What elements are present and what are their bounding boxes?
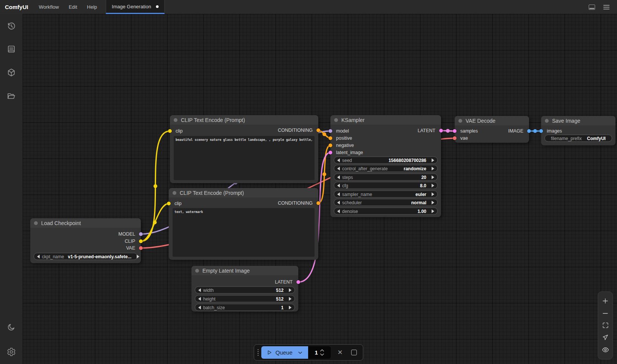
node-title-bar[interactable]: CLIP Text Encode (Prompt) — [170, 115, 318, 125]
collapse-dot-icon[interactable] — [173, 191, 176, 195]
zoom-in-icon[interactable] — [602, 298, 609, 304]
widget-decrement-icon[interactable] — [198, 288, 201, 292]
widget-decrement-icon[interactable] — [337, 184, 340, 187]
widget-increment-icon[interactable] — [432, 209, 434, 213]
output-port-MODEL[interactable] — [139, 232, 143, 236]
output-port-CONDITIONING[interactable] — [316, 201, 320, 205]
node-title-bar[interactable]: Empty Latent Image — [191, 266, 298, 275]
count-increment-icon[interactable] — [320, 349, 324, 352]
graph-canvas[interactable] — [23, 14, 617, 364]
zoom-out-icon[interactable] — [602, 310, 609, 317]
node-title-bar[interactable]: KSampler — [330, 115, 441, 125]
input-port-images[interactable] — [539, 129, 543, 133]
settings-icon[interactable] — [7, 347, 16, 357]
collapse-dot-icon[interactable] — [545, 119, 549, 123]
menu-workflow[interactable]: Workflow — [34, 0, 64, 14]
widget-increment-icon[interactable] — [137, 254, 139, 258]
widget-sampler_name[interactable]: sampler_nameeuler — [334, 191, 438, 198]
widget-cfg[interactable]: cfg8.0 — [334, 182, 438, 189]
widget-decrement-icon[interactable] — [337, 192, 340, 196]
queue-button[interactable]: Queue — [261, 346, 308, 359]
node-save-image[interactable]: Save Imageimagesfilename_prefixComfyUI — [541, 116, 615, 145]
widget-height[interactable]: height512 — [195, 295, 295, 302]
workflows-folder-icon[interactable] — [7, 91, 16, 101]
workflow-history-icon[interactable] — [7, 22, 16, 31]
prompt-textarea[interactable]: text, watermark — [173, 208, 315, 257]
model-library-icon[interactable] — [7, 68, 16, 77]
menu-help[interactable]: Help — [82, 0, 102, 14]
widget-decrement-icon[interactable] — [198, 297, 201, 301]
input-port-clip[interactable] — [167, 202, 171, 205]
widget-increment-icon[interactable] — [289, 288, 292, 292]
output-port-IMAGE[interactable] — [527, 129, 531, 133]
node-vae-decode[interactable]: VAE DecodesamplesvaeIMAGE — [455, 116, 529, 143]
widget-increment-icon[interactable] — [432, 192, 434, 196]
widget-increment-icon[interactable] — [432, 167, 434, 170]
input-model: model — [336, 128, 349, 134]
theme-toggle-icon[interactable] — [7, 322, 16, 332]
widget-control_after_generate[interactable]: control_after_generaterandomize — [334, 165, 438, 172]
widget-decrement-icon[interactable] — [37, 254, 40, 258]
fit-view-icon[interactable] — [602, 322, 609, 329]
node-title-bar[interactable]: CLIP Text Encode (Prompt) — [169, 188, 318, 197]
node-title-bar[interactable]: Save Image — [541, 116, 615, 125]
toggle-links-icon[interactable] — [602, 346, 609, 353]
collapse-dot-icon[interactable] — [34, 221, 38, 225]
input-port-vae[interactable] — [453, 136, 457, 140]
widget-decrement-icon[interactable] — [337, 175, 340, 179]
widget-increment-icon[interactable] — [432, 201, 434, 204]
widget-increment-icon[interactable] — [432, 184, 434, 187]
widget-seed[interactable]: seed156680208700286 — [334, 157, 438, 164]
node-title-bar[interactable]: Load Checkpoint — [30, 218, 141, 228]
widget-ckpt_name[interactable]: ckpt_namev1-5-pruned-emaonly.safete... — [34, 253, 137, 260]
widget-decrement-icon[interactable] — [337, 158, 340, 162]
widget-decrement-icon[interactable] — [198, 305, 201, 309]
collapse-dot-icon[interactable] — [174, 118, 177, 122]
widget-filename_prefix[interactable]: filename_prefixComfyUI — [545, 135, 612, 142]
widget-decrement-icon[interactable] — [337, 201, 340, 204]
output-port-LATENT[interactable] — [439, 129, 443, 133]
toggle-bottom-panel-icon[interactable] — [589, 5, 595, 10]
widget-denoise[interactable]: denoise1.00 — [334, 208, 438, 215]
node-load-checkpoint[interactable]: Load CheckpointMODELCLIPVAEckpt_namev1-5… — [30, 218, 141, 263]
select-mode-icon[interactable] — [602, 334, 609, 341]
batch-count-input[interactable]: 1 — [308, 346, 331, 359]
output-port-VAE[interactable] — [139, 246, 143, 250]
node-ksampler[interactable]: KSamplermodelpositivenegativelatent_imag… — [330, 115, 441, 217]
output-port-CONDITIONING[interactable] — [316, 128, 320, 132]
clear-queue-icon[interactable]: ✕ — [338, 349, 343, 356]
node-title-bar[interactable]: VAE Decode — [455, 116, 529, 125]
widget-increment-icon[interactable] — [289, 297, 292, 301]
widget-increment-icon[interactable] — [289, 305, 292, 309]
prompt-textarea[interactable]: beautiful scenery nature glass bottle la… — [174, 136, 315, 180]
widget-increment-icon[interactable] — [432, 175, 434, 179]
widget-width[interactable]: width512 — [195, 287, 295, 294]
widget-batch_size[interactable]: batch_size1 — [195, 304, 295, 311]
node-clip-text-encode-positive[interactable]: CLIP Text Encode (Prompt)clipCONDITIONIN… — [170, 115, 318, 183]
output-port-LATENT[interactable] — [296, 280, 300, 284]
menu-icon[interactable] — [603, 5, 609, 9]
stop-icon[interactable] — [351, 350, 357, 355]
input-port-positive[interactable] — [329, 136, 332, 140]
widget-steps[interactable]: steps20 — [334, 174, 438, 181]
widget-decrement-icon[interactable] — [337, 167, 340, 170]
output-port-CLIP[interactable] — [139, 239, 143, 243]
collapse-dot-icon[interactable] — [334, 118, 338, 122]
input-port-negative[interactable] — [329, 143, 332, 147]
count-decrement-icon[interactable] — [320, 353, 324, 356]
node-clip-text-encode-negative[interactable]: CLIP Text Encode (Prompt)clipCONDITIONIN… — [169, 188, 318, 260]
input-port-model[interactable] — [329, 129, 332, 133]
widget-increment-icon[interactable] — [432, 158, 434, 162]
node-empty-latent-image[interactable]: Empty Latent ImageLATENTwidth512height51… — [191, 266, 298, 312]
menu-edit[interactable]: Edit — [64, 0, 82, 14]
input-port-clip[interactable] — [168, 129, 172, 133]
tab-image-generation[interactable]: Image Generation — [106, 0, 165, 14]
widget-scheduler[interactable]: schedulernormal — [334, 199, 438, 206]
input-port-latent_image[interactable] — [329, 151, 332, 154]
collapse-dot-icon[interactable] — [458, 119, 462, 123]
input-port-samples[interactable] — [453, 129, 457, 133]
queue-bar-drag-handle[interactable] — [254, 349, 261, 356]
node-library-icon[interactable] — [7, 45, 16, 54]
widget-decrement-icon[interactable] — [337, 209, 340, 213]
collapse-dot-icon[interactable] — [195, 269, 199, 273]
